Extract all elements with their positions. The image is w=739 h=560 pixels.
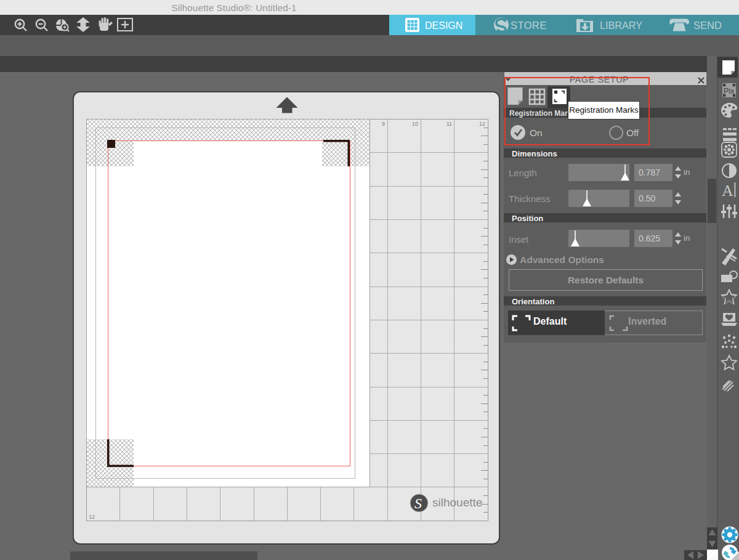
svg-text:LIBRARY: LIBRARY: [600, 20, 642, 31]
svg-text:12: 12: [479, 121, 485, 127]
svg-text:11: 11: [446, 121, 452, 127]
svg-text:Pix: Pix: [724, 87, 735, 95]
svg-text:A: A: [722, 182, 733, 200]
svg-text:SEND: SEND: [693, 20, 722, 31]
svg-text:9: 9: [382, 121, 385, 127]
svg-text:silhouette: silhouette: [432, 496, 482, 509]
svg-text:DESIGN: DESIGN: [425, 20, 462, 31]
svg-text:10: 10: [412, 121, 418, 127]
svg-text:STORE: STORE: [511, 20, 547, 31]
svg-text:S: S: [414, 495, 422, 511]
svg-text:12: 12: [89, 514, 95, 520]
